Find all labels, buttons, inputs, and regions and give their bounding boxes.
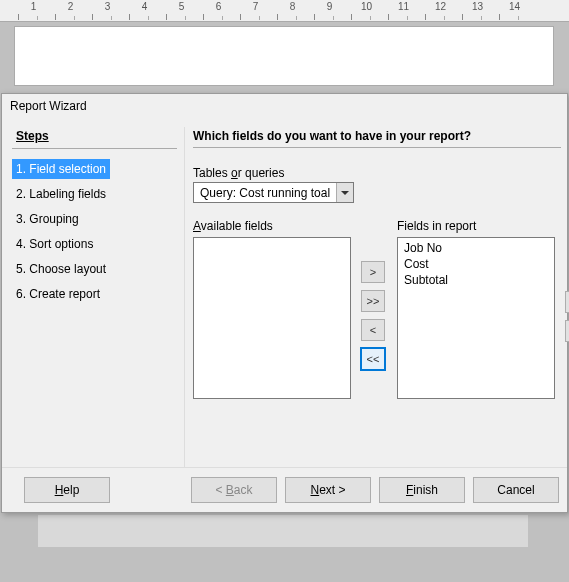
fields-in-report-label: Fields in report	[397, 219, 476, 233]
ruler-tick: 7	[240, 0, 277, 22]
divider	[193, 147, 561, 148]
add-field-button[interactable]: >	[361, 261, 385, 283]
help-button[interactable]: Help	[24, 477, 110, 503]
move-buttons-column: > >> < <<	[361, 261, 387, 377]
ruler-tick: 10	[351, 0, 388, 22]
divider	[12, 148, 177, 149]
list-item[interactable]: Subtotal	[402, 272, 550, 288]
list-item[interactable]: Cost	[402, 256, 550, 272]
ruler-tick: 1	[18, 0, 55, 22]
wizard-step[interactable]: 3. Grouping	[12, 209, 177, 229]
ruler-tick: 11	[388, 0, 425, 22]
add-all-fields-button[interactable]: >>	[361, 290, 385, 312]
move-up-button[interactable]	[565, 291, 569, 313]
reorder-buttons-column	[565, 291, 569, 349]
available-fields-label: Available fields	[193, 219, 273, 233]
ruler-tick: 12	[425, 0, 462, 22]
ruler-tick: 2	[55, 0, 92, 22]
tables-queries-combo[interactable]: Query: Cost running toal	[193, 182, 354, 203]
dialog-button-bar: Help < Back Next > Finish Cancel	[2, 467, 567, 512]
finish-button[interactable]: Finish	[379, 477, 465, 503]
steps-panel: Steps 1. Field selection2. Labeling fiel…	[12, 127, 177, 467]
horizontal-ruler: 1234567891011121314	[0, 0, 569, 22]
ruler-tick: 13	[462, 0, 499, 22]
document-page	[14, 26, 554, 86]
list-item[interactable]: Job No	[402, 240, 550, 256]
main-heading: Which fields do you want to have in your…	[193, 127, 567, 147]
steps-heading: Steps	[12, 127, 177, 145]
combo-value: Query: Cost running toal	[194, 183, 336, 202]
available-fields-listbox[interactable]	[193, 237, 351, 399]
chevron-down-icon	[341, 191, 349, 195]
fields-in-report-listbox[interactable]: Job NoCostSubtotal	[397, 237, 555, 399]
remove-all-fields-button[interactable]: <<	[361, 348, 385, 370]
back-button[interactable]: < Back	[191, 477, 277, 503]
wizard-step[interactable]: 6. Create report	[12, 284, 177, 304]
ruler-tick: 8	[277, 0, 314, 22]
next-button[interactable]: Next >	[285, 477, 371, 503]
ruler-tick: 5	[166, 0, 203, 22]
field-transfer-area: Available fields > >> < << Fields in rep…	[193, 219, 567, 399]
combo-dropdown-button[interactable]	[336, 183, 353, 202]
ruler-tick: 4	[129, 0, 166, 22]
wizard-step[interactable]: 5. Choose layout	[12, 259, 177, 279]
background-block	[38, 515, 528, 547]
cancel-button[interactable]: Cancel	[473, 477, 559, 503]
move-down-button[interactable]	[565, 320, 569, 342]
report-wizard-dialog: Report Wizard Steps 1. Field selection2.…	[1, 93, 568, 513]
dialog-title: Report Wizard	[2, 94, 567, 116]
wizard-step[interactable]: 4. Sort options	[12, 234, 177, 254]
tables-queries-label: Tables or queries	[193, 166, 567, 180]
wizard-step[interactable]: 2. Labeling fields	[12, 184, 177, 204]
ruler-tick: 3	[92, 0, 129, 22]
ruler-tick: 6	[203, 0, 240, 22]
remove-field-button[interactable]: <	[361, 319, 385, 341]
ruler-tick: 9	[314, 0, 351, 22]
wizard-step[interactable]: 1. Field selection	[12, 159, 110, 179]
main-panel: Which fields do you want to have in your…	[184, 127, 567, 467]
ruler-tick: 14	[499, 0, 536, 22]
